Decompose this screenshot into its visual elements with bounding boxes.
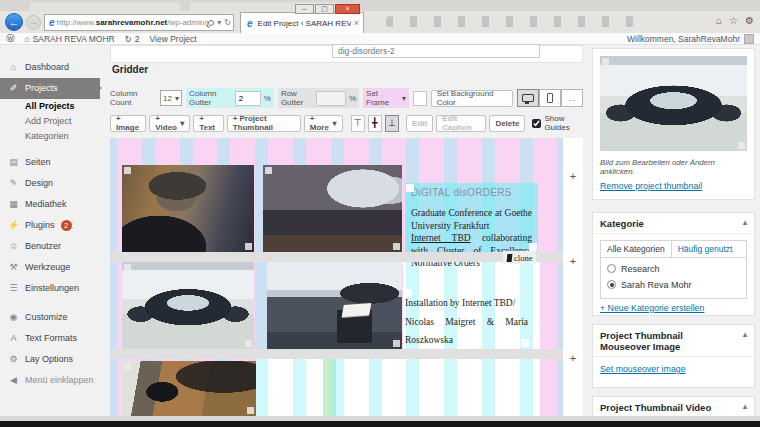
column-gutter-input[interactable]	[235, 91, 261, 106]
add-text-button[interactable]: + Text	[193, 115, 223, 132]
sidebar-item-dashboard[interactable]: ⌂Dashboard	[0, 57, 100, 78]
new-category-link[interactable]: + Neue Kategorie erstellen	[600, 303, 704, 313]
mobile-view-button[interactable]	[539, 89, 561, 107]
autocomplete-dropdown-icon[interactable]: ▾	[217, 18, 221, 27]
slug-input[interactable]: dig-disorders-2	[332, 44, 540, 58]
sidebar-item-projects[interactable]: ✐Projects	[0, 78, 100, 99]
show-guides-checkbox[interactable]	[532, 119, 541, 128]
sidebar-item-werkzeuge[interactable]: ⚒Werkzeuge	[0, 257, 100, 278]
sidebar-item-lay-options[interactable]: ⚙Lay Options	[0, 349, 100, 370]
project-thumbnail-image[interactable]	[600, 56, 747, 151]
add-more-button[interactable]: + More▾	[304, 115, 343, 132]
align-bottom-button[interactable]: ⊥	[385, 115, 399, 132]
sidebar-item-benutzer[interactable]: ☺Benutzer	[0, 236, 100, 257]
edit-caption-button[interactable]: Edit Caption	[436, 115, 486, 132]
settings-icon: ☰	[8, 278, 19, 299]
set-mouseover-image-link[interactable]: Set mouseover image	[600, 364, 686, 374]
browser-tab[interactable]: e Edit Project ‹ SARAH REVA ... × – ▢ ×	[240, 12, 364, 33]
address-bar[interactable]: e http://www.sarahrevamohr.net/wp-admin/…	[44, 14, 234, 31]
sidebar-collapse-menu[interactable]: ◀Menü einklappen	[0, 370, 100, 391]
add-image-button[interactable]: + Image	[110, 115, 146, 132]
photo-audience-screen[interactable]	[263, 165, 402, 252]
sidebar-item-all-projects[interactable]: All Projects	[0, 99, 100, 114]
row-separator[interactable]	[110, 252, 563, 262]
minimize-button[interactable]: –	[295, 4, 314, 14]
sidebar-item-kategorien[interactable]: Kategorien	[0, 129, 100, 144]
customize-icon: ◉	[8, 307, 19, 328]
favorites-star-icon[interactable]: ☆	[729, 15, 738, 26]
column-count-select[interactable]: 12▾	[160, 90, 182, 106]
delete-button[interactable]: Delete	[489, 115, 525, 132]
view-project-link[interactable]: View Project	[150, 34, 197, 44]
welcome-user-menu[interactable]: Willkommen, SarahRevaMohr	[627, 34, 740, 44]
collapse-panel-icon[interactable]: ▴	[743, 218, 747, 227]
tab-title: Edit Project ‹ SARAH REVA ...	[258, 19, 351, 28]
show-guides-label: Show Guides	[544, 114, 583, 132]
site-menu[interactable]: ⌂ SARAH REVA MOHR	[25, 34, 115, 44]
brush-icon: ✎	[8, 173, 19, 194]
edit-button[interactable]: Edit	[406, 115, 433, 132]
collapse-panel-icon[interactable]: ▴	[743, 402, 747, 411]
forward-button[interactable]: →	[26, 15, 41, 30]
radio-unselected-icon[interactable]	[607, 264, 616, 273]
search-icon[interactable]	[208, 20, 214, 26]
admin-sidebar: ⌂Dashboard ✐Projects All Projects Add Pr…	[0, 45, 100, 416]
row-gutter-label: Row Gutter	[281, 89, 313, 107]
radio-selected-icon[interactable]	[607, 280, 616, 289]
desktop-view-button[interactable]	[517, 89, 539, 107]
category-option-research[interactable]: Research	[607, 264, 740, 274]
background-color-swatch[interactable]	[413, 91, 427, 106]
remove-thumbnail-link[interactable]: Remove project thumbnail	[600, 181, 702, 191]
row-separator[interactable]	[110, 349, 563, 359]
sidebar-item-plugins[interactable]: ⚡Plugins2	[0, 215, 100, 236]
settings-gear-icon[interactable]: ⚙	[745, 15, 754, 26]
row-gutter-input[interactable]	[316, 91, 346, 106]
align-center-button[interactable]: ╋	[368, 115, 382, 132]
add-row-button[interactable]: +	[563, 352, 583, 366]
photo-installation-room[interactable]	[267, 262, 402, 349]
maximize-button[interactable]: ▢	[315, 4, 334, 14]
add-video-button[interactable]: + Video▾	[149, 115, 190, 132]
percent-label: %	[264, 94, 271, 103]
sidebar-item-mediathek[interactable]: ▦Mediathek	[0, 194, 100, 215]
tools-icon: ⚒	[8, 257, 19, 278]
photo-laptop-circle[interactable]	[122, 262, 254, 349]
tab-all-categories[interactable]: Alle Kategorien	[601, 241, 672, 257]
photo-speaker-with-cap[interactable]	[122, 165, 254, 252]
internet-tbd-link[interactable]: Internet TBD	[411, 233, 471, 243]
phone-icon	[547, 93, 553, 103]
sidebar-item-add-project[interactable]: Add Project	[0, 114, 100, 129]
text-block-credits[interactable]: Installation by Internet TBD/ Nicolas Ma…	[403, 288, 530, 348]
chevron-down-icon: ▾	[333, 119, 337, 128]
text-block-title[interactable]: DiGITAL disORDERS Graduate Conference at…	[405, 183, 538, 252]
clone-button[interactable]: clone	[503, 251, 536, 264]
home-icon[interactable]: ⌂	[716, 15, 722, 26]
sidebar-item-text-formats[interactable]: AText Formats	[0, 328, 100, 349]
align-top-button[interactable]: ⊤	[351, 115, 365, 132]
background-window-strip	[0, 0, 760, 11]
gridder-canvas[interactable]: DiGITAL disORDERS Graduate Conference at…	[110, 138, 563, 416]
add-row-button[interactable]: +	[563, 255, 583, 269]
photo-seated-audience[interactable]	[122, 361, 256, 416]
updates-menu[interactable]: ↻ 2	[125, 34, 140, 44]
sidebar-item-customize[interactable]: ◉Customize	[0, 307, 100, 328]
set-frame-button[interactable]: Set Frame▾	[363, 88, 409, 108]
sidebar-item-einstellungen[interactable]: ☰Einstellungen	[0, 278, 100, 299]
add-project-thumbnail-button[interactable]: + Project Thumbnail	[227, 115, 301, 132]
tab-close-icon[interactable]: ×	[354, 18, 359, 28]
sidebar-item-seiten[interactable]: ▤Seiten	[0, 152, 100, 173]
plugins-update-badge: 2	[61, 220, 72, 231]
more-views-button[interactable]: …	[561, 89, 583, 107]
chevron-down-icon: ▾	[175, 94, 179, 103]
sidebar-item-design[interactable]: ✎Design	[0, 173, 100, 194]
set-background-color-button[interactable]: Set Background Color	[431, 90, 513, 107]
category-option-sarah[interactable]: Sarah Reva Mohr	[607, 280, 740, 290]
add-row-button[interactable]: +	[563, 170, 583, 184]
tab-frequently-used[interactable]: Häufig genutzt	[672, 241, 739, 257]
close-window-button[interactable]: ×	[335, 4, 360, 14]
back-button[interactable]: ←	[5, 13, 23, 31]
collapse-panel-icon[interactable]: ▴	[743, 330, 747, 339]
wp-logo-icon[interactable]: Ⓦ	[6, 33, 15, 45]
monitor-icon	[522, 94, 534, 102]
refresh-icon[interactable]: ↻	[224, 18, 231, 27]
